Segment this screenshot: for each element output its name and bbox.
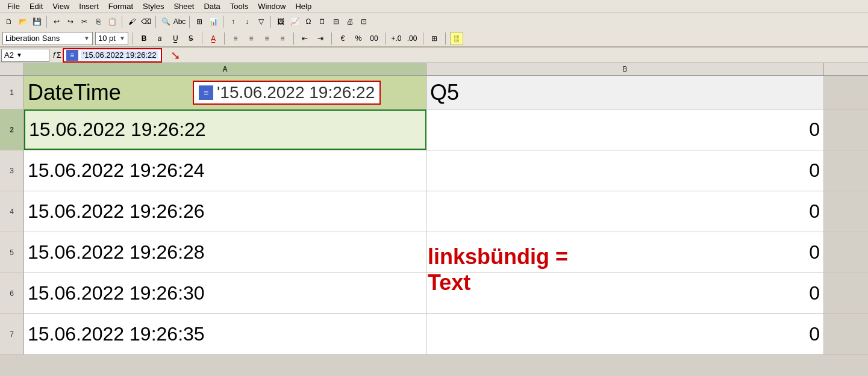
cell-a1[interactable]: DateTime ≡ '15.06.2022 19:26:22	[24, 76, 426, 109]
strike-button[interactable]: S̶	[184, 32, 198, 45]
cell-b4[interactable]: 0	[426, 191, 824, 232]
insert-table[interactable]: ⊞	[193, 15, 206, 28]
align-left-button[interactable]: ≡	[229, 32, 242, 45]
image-button[interactable]: 🖼	[274, 15, 287, 28]
font-color-button[interactable]: A̲	[207, 32, 220, 45]
currency-button[interactable]: €	[336, 32, 349, 45]
column-headers: A B	[0, 63, 868, 76]
sep-6	[270, 16, 271, 28]
align-justify-button[interactable]: ≡	[276, 32, 289, 45]
menubar: File Edit View Insert Format Styles Shee…	[0, 0, 868, 13]
open-button[interactable]: 📂	[16, 15, 30, 28]
cell-b1[interactable]: Q5	[426, 76, 824, 109]
chart-button[interactable]: 📈	[288, 15, 301, 28]
table-row: 3 15.06.2022 19:26:24 0	[0, 150, 868, 191]
cell-a6[interactable]: 15.06.2022 19:26:30	[24, 273, 426, 313]
formula-bar-value[interactable]: '15.06.2022 19:26:22	[81, 51, 159, 60]
formula-icon-area: f Σ ≡ '15.06.2022 19:26:22	[51, 48, 164, 63]
decimal-button[interactable]: 00	[367, 32, 381, 45]
insert-chart[interactable]: 📊	[207, 15, 220, 28]
sum-icon[interactable]: Σ	[57, 51, 61, 60]
equals-box-icon: ≡	[199, 85, 213, 100]
format-paintbrush[interactable]: 🖌	[125, 15, 139, 28]
bold-button[interactable]: B	[137, 32, 151, 45]
sort-group: ↑ ↓ ▽	[226, 15, 267, 28]
sep-3	[155, 16, 156, 28]
align-center-button[interactable]: ≡	[245, 32, 258, 45]
font-size-selector[interactable]: 10 pt ▼	[95, 32, 128, 45]
cell-b7[interactable]: 0	[426, 314, 824, 354]
note-button[interactable]: 🗒	[316, 15, 329, 28]
menu-tools[interactable]: Tools	[225, 1, 253, 12]
row-number-2: 2	[0, 109, 24, 150]
underline-button[interactable]: U̲	[169, 32, 182, 45]
col-header-b[interactable]: B	[426, 63, 824, 75]
cell-b3[interactable]: 0	[426, 150, 824, 191]
cell-b2[interactable]: 0	[426, 109, 824, 150]
cell-a5-value: 15.06.2022 19:26:28	[28, 241, 205, 264]
italic-button[interactable]: a	[153, 32, 166, 45]
cell-a2-value: 15.06.2022 19:26:22	[29, 119, 206, 141]
menu-edit[interactable]: Edit	[25, 1, 48, 12]
sep-2	[122, 16, 122, 28]
header-button[interactable]: ⊟	[329, 15, 343, 28]
print-preview[interactable]: 🖨	[343, 15, 357, 28]
formula-display-text: '15.06.2022 19:26:22	[217, 83, 375, 102]
sort-asc[interactable]: ↑	[226, 15, 240, 28]
row-number-6: 6	[0, 273, 24, 313]
bg-color-button[interactable]: ░	[450, 32, 463, 45]
cell-a4[interactable]: 15.06.2022 19:26:26	[24, 191, 426, 232]
sep-1	[46, 16, 47, 28]
indent-right-button[interactable]: ⇥	[314, 32, 327, 45]
sort-desc[interactable]: ↓	[240, 15, 254, 28]
spreadsheet-area: A B 1 DateTime ≡ '15.06.2022 19:26:22 Q5…	[0, 63, 868, 355]
cell-a7[interactable]: 15.06.2022 19:26:35	[24, 314, 426, 354]
toolbar-row-1: 🗋 📂 💾 ↩ ↪ ✂ ⎘ 📋 🖌 ⌫ 🔍 Abc ⊞ 📊 ↑	[0, 13, 868, 30]
col-header-a[interactable]: A	[24, 63, 426, 75]
paste-button[interactable]: 📋	[105, 15, 119, 28]
indent-left-button[interactable]: ⇤	[298, 32, 311, 45]
menu-help[interactable]: Help	[290, 1, 316, 12]
increase-dec-button[interactable]: +.0	[390, 32, 403, 45]
cell-a1-value: DateTime	[28, 80, 121, 105]
redo-button[interactable]: ↪	[64, 15, 77, 28]
cell-a5[interactable]: 15.06.2022 19:26:28	[24, 232, 426, 273]
undo-button[interactable]: ↩	[50, 15, 63, 28]
menu-sheet[interactable]: Sheet	[169, 1, 199, 12]
fmt-sep2	[224, 32, 225, 45]
format-eraser[interactable]: ⌫	[139, 15, 152, 28]
arrow-annotation-container: ➘	[166, 48, 181, 63]
font-name-selector[interactable]: Liberation Sans ▼	[2, 32, 93, 45]
function-wizard-icon[interactable]: f	[53, 51, 55, 60]
formula-bar: A2 ▼ f Σ ≡ '15.06.2022 19:26:22 ➘	[0, 48, 868, 63]
save-button[interactable]: 💾	[30, 15, 43, 28]
new-button[interactable]: 🗋	[2, 15, 16, 28]
cell-a3[interactable]: 15.06.2022 19:26:24	[24, 150, 426, 191]
cell-a2[interactable]: 15.06.2022 19:26:22	[24, 109, 426, 150]
menu-file[interactable]: File	[2, 1, 25, 12]
insert-text-button[interactable]: Abc	[173, 15, 186, 28]
decrease-dec-button[interactable]: .00	[405, 32, 419, 45]
menu-window[interactable]: Window	[253, 1, 290, 12]
menu-view[interactable]: View	[48, 1, 74, 12]
menu-format[interactable]: Format	[104, 1, 138, 12]
find-button[interactable]: 🔍	[159, 15, 172, 28]
row-number-5: 5	[0, 232, 24, 273]
fmt-sep7	[445, 32, 446, 45]
filter-button[interactable]: ▽	[254, 15, 267, 28]
font-sep	[133, 32, 133, 45]
cell-reference-box[interactable]: A2 ▼	[1, 49, 49, 62]
percent-button[interactable]: %	[352, 32, 365, 45]
menu-insert[interactable]: Insert	[74, 1, 104, 12]
borders-button[interactable]: ⊞	[428, 32, 441, 45]
formula-display-overlay: ≡ '15.06.2022 19:26:22	[193, 81, 381, 105]
cut-button[interactable]: ✂	[78, 15, 91, 28]
special-chars[interactable]: Ω	[302, 15, 315, 28]
cell-b1-value: Q5	[430, 80, 459, 105]
align-right-button[interactable]: ≡	[260, 32, 273, 45]
frame-button[interactable]: ⊡	[357, 15, 370, 28]
copy-button[interactable]: ⎘	[92, 15, 105, 28]
menu-styles[interactable]: Styles	[138, 1, 169, 12]
cell-ref-dropdown-arrow[interactable]: ▼	[16, 52, 22, 58]
menu-data[interactable]: Data	[199, 1, 225, 12]
